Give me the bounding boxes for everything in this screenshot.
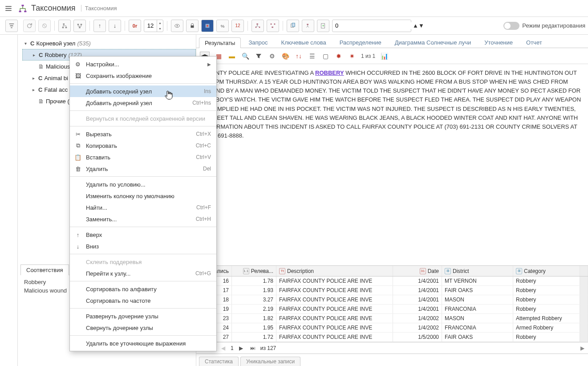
menu-item[interactable]: ↓Вниз — [70, 240, 216, 252]
menu-item[interactable]: 🖼Сохранить изображение — [70, 70, 216, 81]
svg-rect-23 — [292, 23, 295, 26]
cell: FAIRFAX COUNTY POLICE ARE INVE — [276, 305, 393, 313]
highlight-button[interactable] — [201, 20, 214, 32]
highlight-icon[interactable]: ▬ — [227, 52, 236, 61]
caret-icon[interactable]: ▸ — [31, 53, 37, 57]
menu-item[interactable]: 🗑УдалитьDel — [70, 163, 216, 175]
cell: 1/4/2001 — [393, 286, 442, 295]
table-row[interactable]: 171.93FAIRFAX COUNTY POLICE ARE INVE1/4/… — [196, 286, 588, 295]
tab-query[interactable]: Запрос — [243, 37, 273, 48]
svg-rect-8 — [81, 24, 82, 25]
next-page[interactable]: ▶ — [237, 344, 245, 352]
star-add-icon[interactable]: ✸ — [334, 52, 343, 61]
bar-chart-icon[interactable]: 📊 — [380, 52, 389, 61]
paste-node-button[interactable] — [302, 20, 314, 32]
matches-tab[interactable]: Соответствия — [20, 264, 69, 275]
font-size-spinner[interactable]: ▲▼ — [144, 20, 163, 32]
menu-item[interactable]: Сортировать по частоте — [70, 295, 216, 306]
preview-button[interactable] — [171, 20, 183, 32]
menu-item[interactable]: ⧉КопироватьCtrl+C — [70, 140, 216, 151]
font-size-input[interactable] — [144, 22, 157, 29]
menu-item[interactable]: Перейти к узлу...Ctrl+G — [70, 268, 216, 279]
lock-button[interactable] — [186, 20, 199, 32]
auto-collapse-button[interactable] — [267, 20, 279, 32]
menu-item[interactable]: Свернуть дочерние узлы — [70, 322, 216, 333]
col-district[interactable]: ⊞District — [442, 266, 513, 276]
new-sheet-button[interactable]: + — [317, 20, 329, 32]
stop-button[interactable] — [38, 20, 51, 32]
menu-item[interactable]: Удалить по условию... — [70, 179, 216, 190]
menu-item[interactable]: ↑Вверх — [70, 229, 216, 240]
caret-icon[interactable]: ▾ — [22, 41, 28, 46]
svg-rect-20 — [271, 23, 272, 24]
table-row[interactable]: 231.82FAIRFAX COUNTY POLICE ARE INVE1/4/… — [196, 314, 588, 323]
tab-distribution[interactable]: Распределение — [334, 37, 387, 48]
prev-page[interactable]: ◀ — [219, 344, 227, 352]
menu-label: Изменить колонку по умолчанию — [86, 193, 211, 199]
tree-root[interactable]: ▾ C Корневой узел (535) — [22, 37, 196, 49]
table-row[interactable]: 241.95FAIRFAX COUNTY POLICE ARE INVE1/4/… — [196, 323, 588, 333]
filter-settings-button[interactable] — [5, 20, 18, 32]
percent-button[interactable]: % — [216, 20, 229, 32]
cell: Armed Robbery — [513, 323, 580, 332]
copy-node-button[interactable] — [287, 20, 299, 32]
filter-icon[interactable] — [254, 52, 263, 61]
shortcut: Ctrl+X — [196, 131, 211, 137]
tab-statistics[interactable]: Статистика — [199, 357, 239, 366]
auto-expand-button[interactable] — [251, 20, 264, 32]
tab-sunburst[interactable]: Диаграмма Солнечные лучи — [389, 37, 477, 48]
or-button[interactable]: 0r — [129, 20, 141, 32]
tree-insert-button[interactable] — [58, 20, 71, 32]
menu-item[interactable]: Добавить соседний узелIns — [70, 85, 216, 97]
star-remove-icon[interactable]: ✷ — [348, 52, 357, 61]
tab-keywords[interactable]: Ключевые слова — [276, 37, 332, 48]
caret-icon[interactable]: ▸ — [30, 87, 36, 92]
menu-item[interactable]: ✂ВырезатьCtrl+X — [70, 128, 216, 140]
menu-item[interactable]: Заменить...Ctrl+H — [70, 213, 216, 225]
tree-child-button[interactable] — [73, 20, 86, 32]
gear-icon[interactable]: ⚙ — [268, 52, 276, 61]
tab-unique[interactable]: Уникальные записи — [240, 357, 300, 366]
hamburger-menu[interactable] — [3, 3, 14, 14]
col-description[interactable]: TtDescription — [276, 266, 393, 276]
menu-label: Найти... — [86, 204, 192, 211]
shortcut: Ctrl+Ins — [192, 100, 211, 106]
menu-item[interactable]: 📋ВставитьCtrl+V — [70, 151, 216, 163]
counter-spinner[interactable]: ▲▼ — [332, 20, 411, 32]
binoculars-icon[interactable]: 🔍 — [241, 52, 250, 61]
edit-mode-label: Режим редактирования — [522, 22, 585, 29]
last-page[interactable]: ⏭ — [249, 344, 257, 352]
col-date[interactable]: 31Date — [393, 266, 442, 276]
highlighted-term[interactable]: ROBBERY — [315, 69, 344, 76]
palette-icon[interactable]: 🎨 — [281, 52, 290, 61]
caret-icon[interactable]: ▸ — [30, 76, 36, 81]
table-row[interactable]: 271.72FAIRFAX COUNTY POLICE ARE INVE1/5/… — [196, 333, 588, 342]
menu-item[interactable]: Изменить колонку по умолчанию — [70, 190, 216, 202]
menu-item[interactable]: Развернуть дочерние узлы — [70, 310, 216, 322]
table-row[interactable]: 192.19FAIRFAX COUNTY POLICE ARE INVE1/4/… — [196, 305, 588, 314]
menu-label: Развернуть дочерние узлы — [86, 313, 211, 320]
move-up-button[interactable]: ↑ — [93, 20, 106, 32]
move-down-button[interactable]: ↓ — [109, 20, 121, 32]
tab-results[interactable]: Результаты — [199, 37, 241, 48]
col-category[interactable]: ⊞Category — [513, 266, 580, 276]
refresh-button[interactable] — [23, 20, 36, 32]
tab-refine[interactable]: Уточнение — [479, 37, 519, 48]
table-row[interactable]: 183.27FAIRFAX COUNTY POLICE ARE INVE1/4/… — [196, 295, 588, 305]
menu-item[interactable]: Добавить дочерний узелCtrl+Ins — [70, 97, 216, 109]
edit-mode-toggle[interactable] — [503, 22, 519, 30]
col-relevance[interactable]: 1.1Релева... — [232, 266, 276, 276]
cell: FAIR OAKS — [442, 333, 513, 342]
sort-icon[interactable]: ↑↓ — [294, 52, 303, 61]
tab-report[interactable]: Отчет — [520, 37, 548, 48]
window-icon[interactable]: ▢ — [321, 52, 330, 61]
counter-input[interactable] — [333, 22, 413, 29]
menu-item[interactable]: Найти...Ctrl+F — [70, 202, 216, 213]
text-icon: Tt — [279, 268, 285, 274]
menu-item[interactable]: Удалить все уточняющие выражения — [70, 338, 216, 349]
table-row[interactable]: 161.78FAIRFAX COUNTY POLICE ARE INVE1/4/… — [196, 277, 588, 286]
menu-item[interactable]: ⚙Настройки...▶ — [70, 58, 216, 70]
list-icon[interactable]: ☰ — [308, 52, 316, 61]
menu-item[interactable]: Сортировать по алфавиту — [70, 283, 216, 295]
cal-12-button[interactable]: 12 — [231, 20, 244, 32]
